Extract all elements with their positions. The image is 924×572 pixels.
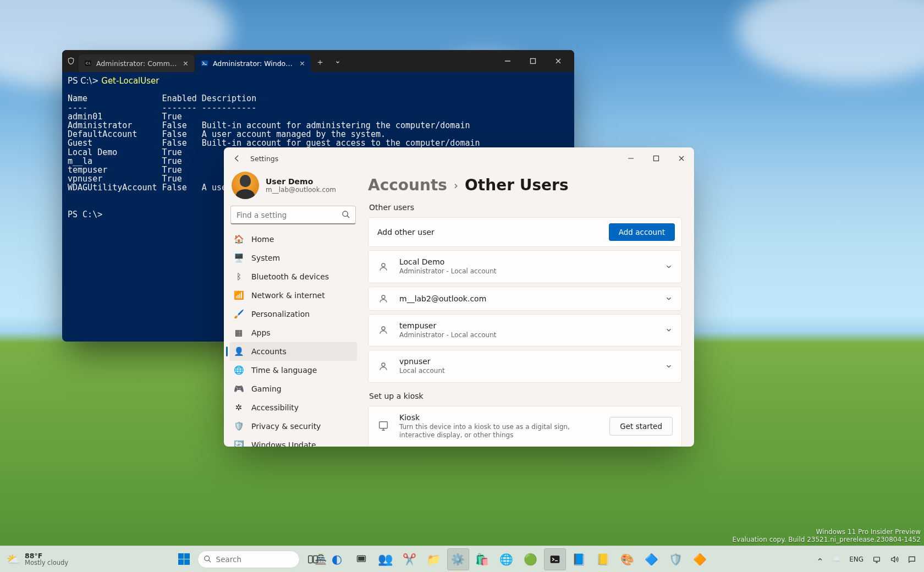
- sidebar-item-personalization[interactable]: 🖌️Personalization: [229, 305, 357, 323]
- tray-volume-icon[interactable]: [887, 548, 902, 570]
- svg-text:C:\: C:\: [86, 62, 90, 65]
- tray-network-icon[interactable]: [869, 548, 884, 570]
- breadcrumb-current: Other Users: [465, 176, 569, 194]
- minimize-button[interactable]: [618, 147, 644, 169]
- settings-window: Settings User Demo m__lab@outlook.com 🏠H…: [224, 147, 694, 447]
- svg-rect-12: [308, 556, 312, 563]
- taskbar-app-store[interactable]: 🛍️: [471, 548, 493, 570]
- taskbar-search-input[interactable]: [216, 555, 310, 564]
- weather-desc: Mostly cloudy: [25, 559, 68, 566]
- kiosk-subtitle: Turn this device into a kiosk to use as …: [399, 423, 600, 440]
- add-other-user-row: Add other user Add account: [368, 217, 682, 247]
- user-subtitle: Administrator - Local account: [399, 331, 655, 340]
- terminal-tab-cmd[interactable]: C:\ Administrator: Command Prom ✕: [79, 54, 194, 72]
- person-icon: [377, 361, 389, 371]
- taskbar-app-onenote[interactable]: 📒: [592, 548, 614, 570]
- taskbar-app-edge[interactable]: 🌐: [496, 548, 518, 570]
- sidebar-item-system[interactable]: 🖥️System: [229, 249, 357, 267]
- svg-point-11: [204, 556, 209, 561]
- sidebar-item-label: Privacy & security: [251, 422, 321, 431]
- taskbar-app-teams[interactable]: 👥: [375, 548, 397, 570]
- minimize-button[interactable]: [495, 51, 520, 71]
- sidebar-item-windows-update[interactable]: 🔄Windows Update: [229, 436, 357, 447]
- section-label-kiosk: Set up a kiosk: [369, 392, 682, 400]
- svg-point-9: [382, 363, 385, 366]
- close-button[interactable]: [669, 147, 694, 169]
- taskbar-app-media[interactable]: 🔶: [689, 548, 711, 570]
- terminal-tab-powershell[interactable]: Administrator: Windows Powe ✕: [195, 54, 311, 72]
- sidebar-item-label: Windows Update: [251, 441, 316, 447]
- build-watermark: Windows 11 Pro Insider Preview Evaluatio…: [733, 528, 921, 543]
- user-row[interactable]: tempuserAdministrator - Local account: [368, 314, 682, 347]
- sidebar-item-time-language[interactable]: 🌐Time & language: [229, 361, 357, 380]
- avatar: [232, 172, 259, 199]
- svg-rect-3: [531, 59, 536, 64]
- tab-close-icon[interactable]: ✕: [299, 59, 305, 68]
- search-icon: [204, 555, 212, 563]
- taskbar-weather-widget[interactable]: ⛅ 88°F Mostly cloudy: [0, 552, 75, 566]
- close-button[interactable]: [546, 51, 571, 71]
- sidebar-item-network-internet[interactable]: 📶Network & internet: [229, 286, 357, 305]
- taskbar-app-paint[interactable]: 🎨: [617, 548, 639, 570]
- kiosk-get-started-button[interactable]: Get started: [609, 417, 673, 436]
- tray-notifications-icon[interactable]: [904, 548, 920, 570]
- nav-icon: ᛒ: [234, 272, 244, 282]
- settings-titlebar[interactable]: Settings: [224, 147, 694, 169]
- nav-icon: 🛡️: [234, 421, 244, 431]
- chevron-down-icon: [665, 263, 673, 271]
- kiosk-row: Kiosk Turn this device into a kiosk to u…: [368, 406, 682, 447]
- user-name: tempuser: [399, 321, 655, 330]
- kiosk-icon: [377, 420, 389, 432]
- sidebar-item-apps[interactable]: ▦Apps: [229, 323, 357, 342]
- chevron-down-icon: [665, 326, 673, 334]
- tab-close-icon[interactable]: ✕: [183, 59, 189, 68]
- watermark-line: Evaluation copy. Build 23521.ni_prerelea…: [733, 536, 921, 543]
- user-row[interactable]: vpnuserLocal account: [368, 350, 682, 383]
- terminal-tabstrip: C:\ Administrator: Command Prom ✕ Admini…: [62, 50, 574, 72]
- taskbar-app-snip[interactable]: ✂️: [399, 548, 421, 570]
- taskbar-app-settings[interactable]: ⚙️: [447, 548, 469, 570]
- settings-search: [230, 206, 356, 224]
- start-button[interactable]: [173, 548, 195, 570]
- profile-card[interactable]: User Demo m__lab@outlook.com: [229, 169, 357, 206]
- back-button[interactable]: [229, 151, 245, 166]
- svg-rect-15: [358, 557, 365, 561]
- svg-rect-17: [874, 557, 880, 561]
- wallpaper-cloud: [737, 0, 924, 82]
- sidebar-item-label: Accounts: [251, 347, 287, 356]
- taskbar-app-desktops[interactable]: [350, 548, 372, 570]
- sidebar-item-bluetooth-devices[interactable]: ᛒBluetooth & devices: [229, 267, 357, 286]
- task-view-button[interactable]: [302, 548, 324, 570]
- taskbar-app-chrome[interactable]: 🟢: [520, 548, 542, 570]
- taskbar-app-security[interactable]: 🛡️: [665, 548, 687, 570]
- cmd-icon: C:\: [84, 59, 92, 67]
- nav-icon: 🌐: [234, 365, 244, 375]
- maximize-button[interactable]: [520, 51, 546, 71]
- nav-icon: ▦: [234, 328, 244, 338]
- tray-onedrive-icon[interactable]: ☁️: [829, 548, 844, 570]
- sidebar-item-gaming[interactable]: 🎮Gaming: [229, 380, 357, 398]
- tray-language[interactable]: ENG: [846, 548, 867, 570]
- sidebar-item-home[interactable]: 🏠Home: [229, 230, 357, 249]
- sidebar-item-accessibility[interactable]: ✲Accessibility: [229, 398, 357, 417]
- nav-icon: 🖥️: [234, 253, 244, 263]
- breadcrumb-parent[interactable]: Accounts: [368, 176, 447, 194]
- user-row[interactable]: m__lab2@outlook.com: [368, 287, 682, 311]
- taskbar-app-terminal[interactable]: [544, 548, 566, 570]
- person-icon: [377, 294, 389, 304]
- new-tab-button[interactable]: ＋: [312, 54, 328, 70]
- add-account-button[interactable]: Add account: [609, 223, 675, 241]
- taskbar-search[interactable]: 🏯: [197, 551, 300, 568]
- taskbar-app-word[interactable]: 📘: [568, 548, 590, 570]
- tray-overflow-button[interactable]: [813, 548, 827, 570]
- taskbar-app-generic[interactable]: 🔷: [641, 548, 663, 570]
- user-row[interactable]: Local DemoAdministrator - Local account: [368, 250, 682, 283]
- tab-dropdown-button[interactable]: [329, 54, 346, 70]
- sidebar-item-accounts[interactable]: 👤Accounts: [229, 342, 357, 361]
- taskbar-app-explorer[interactable]: 📁: [423, 548, 445, 570]
- svg-point-5: [343, 211, 348, 216]
- copilot-button[interactable]: ◐: [326, 548, 348, 570]
- search-input[interactable]: [230, 206, 356, 224]
- maximize-button[interactable]: [644, 147, 669, 169]
- sidebar-item-privacy-security[interactable]: 🛡️Privacy & security: [229, 417, 357, 436]
